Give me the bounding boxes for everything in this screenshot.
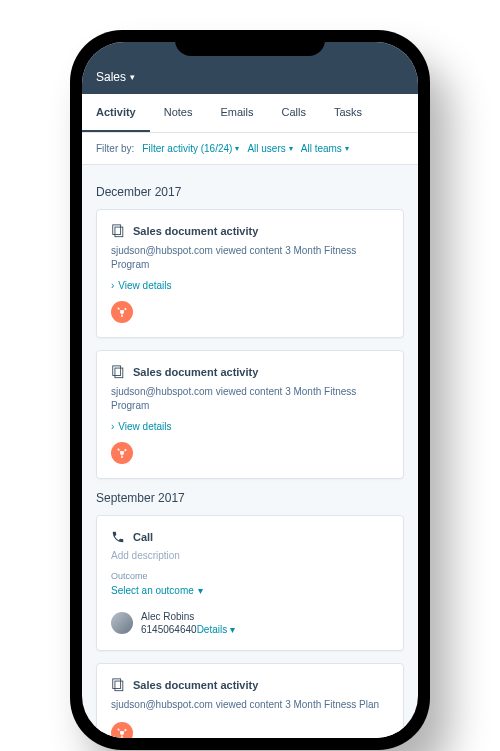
svg-point-17 [121, 736, 123, 738]
view-details-link[interactable]: ›View details [111, 280, 389, 291]
phone-frame: Sales ▾ Activity Notes Emails Calls Task… [70, 30, 430, 750]
svg-point-4 [125, 308, 127, 310]
filter-bar: Filter by: Filter activity (16/24)▾ All … [82, 133, 418, 165]
hubspot-icon [111, 301, 133, 323]
outcome-label: Outcome [111, 571, 389, 581]
svg-point-5 [121, 315, 123, 317]
tab-bar: Activity Notes Emails Calls Tasks [82, 94, 418, 133]
filter-teams[interactable]: All teams▾ [301, 143, 349, 154]
chevron-right-icon: › [111, 280, 114, 291]
svg-rect-6 [113, 366, 121, 376]
svg-point-10 [125, 449, 127, 451]
activity-card[interactable]: Sales document activity sjudson@hubspot.… [96, 209, 404, 338]
chevron-down-icon: ▾ [230, 623, 235, 636]
svg-rect-1 [115, 227, 123, 237]
person-phone: 6145064640 [141, 624, 197, 635]
tab-emails[interactable]: Emails [207, 94, 268, 132]
date-group-header: September 2017 [96, 491, 404, 505]
card-title: Sales document activity [111, 224, 389, 238]
filter-label: Filter by: [96, 143, 134, 154]
tab-tasks[interactable]: Tasks [320, 94, 376, 132]
tab-notes[interactable]: Notes [150, 94, 207, 132]
svg-rect-0 [113, 225, 121, 235]
hubspot-icon [111, 722, 133, 738]
document-icon [111, 224, 125, 238]
activity-card[interactable]: Sales document activity sjudson@hubspot.… [96, 350, 404, 479]
svg-rect-12 [113, 679, 121, 689]
svg-point-11 [121, 456, 123, 458]
avatar [111, 612, 133, 634]
activity-description: sjudson@hubspot.com viewed content 3 Mon… [111, 244, 389, 272]
chevron-down-icon: ▾ [235, 144, 239, 153]
document-icon [111, 365, 125, 379]
tab-activity[interactable]: Activity [82, 94, 150, 132]
phone-icon [111, 530, 125, 544]
date-group-header: December 2017 [96, 185, 404, 199]
svg-rect-13 [115, 681, 123, 691]
svg-point-15 [118, 729, 120, 731]
description-placeholder[interactable]: Add description [111, 550, 389, 561]
outcome-select[interactable]: Select an outcome▾ [111, 585, 203, 596]
call-person: Alec Robins 6145064640Details ▾ [111, 610, 389, 636]
chevron-down-icon: ▾ [130, 72, 135, 82]
chevron-down-icon: ▾ [198, 585, 203, 596]
card-title: Call [111, 530, 389, 544]
card-title: Sales document activity [111, 678, 389, 692]
activity-card[interactable]: Sales document activity sjudson@hubspot.… [96, 663, 404, 738]
tab-calls[interactable]: Calls [268, 94, 320, 132]
activity-description: sjudson@hubspot.com viewed content 3 Mon… [111, 698, 389, 712]
person-details-link[interactable]: Details ▾ [197, 624, 235, 635]
hubspot-icon [111, 442, 133, 464]
filter-activity[interactable]: Filter activity (16/24)▾ [142, 143, 239, 154]
chevron-down-icon: ▾ [345, 144, 349, 153]
card-title: Sales document activity [111, 365, 389, 379]
screen: Sales ▾ Activity Notes Emails Calls Task… [82, 42, 418, 738]
chevron-down-icon: ▾ [289, 144, 293, 153]
view-details-link[interactable]: ›View details [111, 421, 389, 432]
activity-card-call[interactable]: Call Add description Outcome Select an o… [96, 515, 404, 651]
svg-point-9 [118, 449, 120, 451]
chevron-right-icon: › [111, 421, 114, 432]
filter-users[interactable]: All users▾ [247, 143, 292, 154]
person-name: Alec Robins [141, 610, 235, 623]
svg-point-3 [118, 308, 120, 310]
activity-feed[interactable]: December 2017 Sales document activity sj… [82, 165, 418, 738]
nav-section-label: Sales [96, 70, 126, 84]
phone-notch [175, 30, 325, 56]
svg-rect-7 [115, 368, 123, 378]
svg-point-16 [125, 729, 127, 731]
activity-description: sjudson@hubspot.com viewed content 3 Mon… [111, 385, 389, 413]
document-icon [111, 678, 125, 692]
